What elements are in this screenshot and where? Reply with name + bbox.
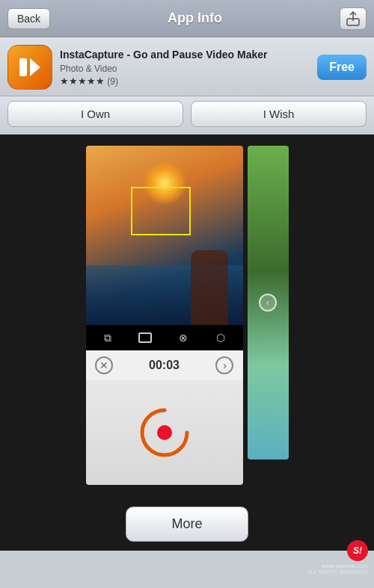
frame-icon xyxy=(137,329,153,346)
back-button[interactable]: Back xyxy=(7,8,50,29)
app-name: InstaCapture - Go and Pause Video Maker xyxy=(60,48,310,61)
copy-icon: ⧉ xyxy=(99,329,116,346)
timer-display: 00:03 xyxy=(149,359,180,372)
hand-silhouette xyxy=(191,250,228,325)
side-screenshot-inner: ‹ xyxy=(248,146,289,459)
rating-count: (9) xyxy=(107,76,118,87)
watermark-rights: ALL RIGHTS RESERVED xyxy=(307,569,368,575)
i-own-button[interactable]: I Own xyxy=(7,101,183,127)
app-category: Photo & Video xyxy=(60,64,310,74)
screenshot-area: ⧉ ⊗ ⬡ ✕ 00:03 › ‹ xyxy=(0,134,374,501)
rect-frame xyxy=(138,332,152,343)
camera-view xyxy=(86,146,243,325)
free-button[interactable]: Free xyxy=(317,55,367,80)
side-nav-arrow[interactable]: ‹ xyxy=(259,294,277,312)
record-arc-svg xyxy=(127,395,202,470)
sanook-logo: S! xyxy=(347,540,368,561)
watermark-url: www.sanook.com xyxy=(322,563,368,569)
more-button[interactable]: More xyxy=(126,507,248,542)
record-area xyxy=(86,380,243,485)
main-screenshot: ⧉ ⊗ ⬡ ✕ 00:03 › xyxy=(86,146,243,485)
share-icon xyxy=(346,11,361,26)
svg-marker-2 xyxy=(30,58,40,76)
watermark-area: S! www.sanook.com ALL RIGHTS RESERVED xyxy=(307,540,368,575)
camera-icon: ⬡ xyxy=(212,329,229,346)
camera-toolbar: ⧉ ⊗ ⬡ xyxy=(86,325,243,350)
focus-box xyxy=(131,187,191,235)
svg-rect-1 xyxy=(19,58,27,76)
close-timer-icon[interactable]: ✕ xyxy=(95,356,113,374)
app-info-row: InstaCapture - Go and Pause Video Maker … xyxy=(0,37,374,96)
stars-display: ★★★★★ xyxy=(60,75,105,87)
timer-bar: ✕ 00:03 › xyxy=(86,350,243,380)
next-icon[interactable]: › xyxy=(215,356,233,374)
app-rating: ★★★★★ (9) xyxy=(60,75,310,87)
side-screenshot: ‹ xyxy=(248,146,289,459)
app-icon xyxy=(7,45,52,90)
app-play-pause-icon xyxy=(16,54,43,81)
action-row: I Own I Wish xyxy=(0,96,374,134)
nav-title: App Info xyxy=(168,10,222,26)
svg-point-3 xyxy=(157,425,172,440)
share-button[interactable] xyxy=(340,7,367,30)
app-details: InstaCapture - Go and Pause Video Maker … xyxy=(60,48,310,86)
flash-icon: ⊗ xyxy=(175,329,191,346)
nav-bar: Back App Info xyxy=(0,0,374,37)
i-wish-button[interactable]: I Wish xyxy=(191,101,367,127)
